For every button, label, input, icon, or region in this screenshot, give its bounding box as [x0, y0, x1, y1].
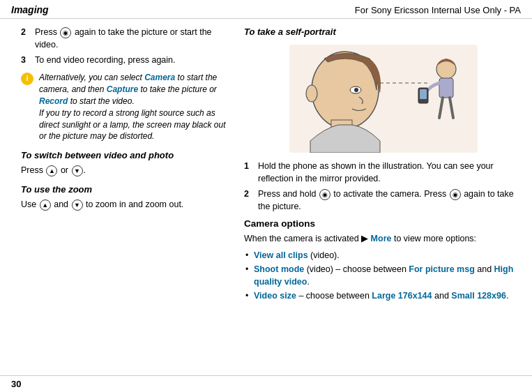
nav-down-icon: ▼ [72, 165, 83, 176]
svg-point-5 [354, 88, 358, 92]
step-2: 2 Press ◉ again to take the picture or s… [21, 26, 227, 51]
camera-options-list: View all clips (video). Shoot mode (vide… [244, 249, 522, 303]
camera-button-icon: ◉ [60, 27, 71, 38]
for-picture-msg-label: For picture msg [409, 264, 474, 274]
zoom-down-icon: ▼ [72, 199, 83, 211]
portrait-step-1-number: 1 [244, 160, 254, 185]
step-3-number: 3 [21, 54, 31, 66]
page-content: 2 Press ◉ again to take the picture or s… [0, 19, 532, 375]
note-icon: i [21, 73, 33, 85]
portrait-illustration [289, 45, 478, 153]
video-size-label: Video size [254, 291, 296, 301]
view-all-clips-label: View all clips [254, 250, 308, 260]
portrait-step-2-number: 2 [244, 188, 254, 213]
note-camera-highlight: Camera [144, 73, 175, 82]
page-header: Imaging For Sony Ericsson Internal Use O… [0, 0, 532, 19]
option-video-size: Video size – choose between Large 176x14… [244, 289, 522, 302]
page: Imaging For Sony Ericsson Internal Use O… [0, 0, 532, 392]
large-size-label: Large 176x144 [372, 291, 432, 301]
left-column: 2 Press ◉ again to take the picture or s… [0, 19, 237, 375]
option-shoot-mode: Shoot mode (video) – choose between For … [244, 263, 522, 288]
step-2-number: 2 [21, 26, 31, 51]
illustration-svg [289, 45, 478, 153]
portrait-step-2-text: Press and hold ◉ to activate the camera.… [258, 188, 522, 213]
portrait-step-1-text: Hold the phone as shown in the illustrat… [258, 160, 522, 185]
portrait-section-title: To take a self-portrait [244, 26, 522, 39]
portrait-step-1: 1 Hold the phone as shown in the illustr… [244, 160, 522, 185]
note-box: i Alternatively, you can select Camera t… [21, 72, 227, 142]
shoot-mode-label: Shoot mode [254, 264, 304, 274]
more-highlight: More [371, 234, 392, 243]
svg-rect-10 [420, 89, 427, 99]
step-3: 3 To end video recording, press again. [21, 54, 227, 66]
camera-options-title: Camera options [244, 217, 522, 231]
page-number: 30 [11, 379, 21, 389]
switch-section-body: Press ▲ or ▼. [21, 164, 227, 176]
note-text: Alternatively, you can select Camera to … [39, 72, 227, 142]
right-column: To take a self-portrait [237, 19, 532, 375]
hold-camera-icon: ◉ [319, 189, 330, 200]
header-subtitle: For Sony Ericsson Internal Use Only - PA [355, 5, 521, 15]
svg-point-3 [306, 85, 317, 102]
press-camera-icon: ◉ [450, 189, 461, 200]
zoom-section-body: Use ▲ and ▼ to zoom in and zoom out. [21, 198, 227, 211]
svg-rect-8 [439, 78, 453, 98]
option-view-all-clips: View all clips (video). [244, 249, 522, 262]
header-section-title: Imaging [11, 4, 49, 15]
note-capture-highlight: Capture [107, 84, 138, 94]
camera-options-intro: When the camera is activated ▶ More to v… [244, 232, 522, 245]
portrait-step-2: 2 Press and hold ◉ to activate the camer… [244, 188, 522, 213]
nav-up-icon: ▲ [46, 165, 57, 176]
switch-section-title: To switch between video and photo [21, 149, 227, 163]
page-footer: 30 [0, 375, 532, 392]
small-size-label: Small 128x96 [451, 291, 506, 301]
zoom-section-title: To use the zoom [21, 183, 227, 197]
step-3-text: To end video recording, press again. [35, 54, 227, 66]
note-record-highlight: Record [39, 96, 68, 106]
step-2-text: Press ◉ again to take the picture or sta… [35, 26, 227, 51]
zoom-up-icon: ▲ [40, 199, 51, 211]
